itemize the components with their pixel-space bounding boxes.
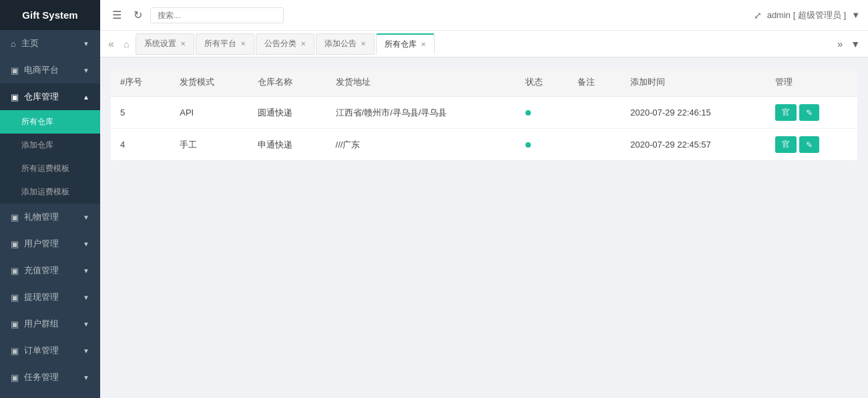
sidebar-item-recharge[interactable]: ▣ 充值管理 ▼ <box>0 257 100 284</box>
sidebar-item-warehouse[interactable]: ▣ 仓库管理 ▲ <box>0 83 100 110</box>
tab-label: 添加公告 <box>324 38 357 49</box>
chevron-down-icon: ▼ <box>83 267 89 274</box>
sidebar-item-label: 电商平台 <box>24 64 59 76</box>
edit-button[interactable]: ✎ <box>799 136 819 153</box>
cell-address: ///广东 <box>327 129 516 161</box>
sidebar-item-orders[interactable]: ▣ 订单管理 ▼ <box>0 337 100 364</box>
chevron-down-icon: ▼ <box>83 240 89 248</box>
cell-id: 4 <box>111 129 170 161</box>
refresh-icon[interactable]: ↻ <box>131 6 145 24</box>
cell-actions: 官 ✎ <box>766 97 857 129</box>
fullscreen-icon[interactable]: ⤢ <box>754 10 762 21</box>
tab-label: 系统设置 <box>144 38 176 49</box>
sidebar-item-ecommerce[interactable]: ▣ 电商平台 ▼ <box>0 57 100 83</box>
sidebar-sub-all-shipping[interactable]: 所有运费模板 <box>0 157 100 180</box>
usergroups-icon: ▣ <box>11 319 19 329</box>
tab-label: 所有平台 <box>204 38 236 49</box>
cell-status <box>516 129 569 161</box>
chevron-down-icon: ▼ <box>83 294 89 301</box>
cell-actions: 官 ✎ <box>766 129 857 161</box>
status-active-dot <box>525 110 531 116</box>
tab-navigation: » ▼ <box>835 37 863 51</box>
col-mode: 发货模式 <box>170 68 248 97</box>
tasks-icon: ▣ <box>11 373 19 383</box>
col-address: 发货地址 <box>327 68 516 97</box>
tabbar: « ⌂ 系统设置 ✕ 所有平台 ✕ 公告分类 ✕ 添加公告 ✕ 所有仓库 ✕ <box>100 31 868 57</box>
sidebar-item-label: 礼物管理 <box>24 211 59 223</box>
cell-address: 江西省/赣州市/寻乌县/寻乌县 <box>327 97 516 129</box>
warehouse-table: #序号 发货模式 仓库名称 发货地址 状态 备注 添加时间 管理 5 API 圆 <box>111 68 857 160</box>
action-buttons: 官 ✎ <box>775 104 848 121</box>
withdraw-icon: ▣ <box>11 292 19 303</box>
edit-button[interactable]: ✎ <box>799 104 819 121</box>
col-manage: 管理 <box>766 68 857 97</box>
app-logo: Gift System <box>0 0 100 30</box>
sidebar-item-home[interactable]: ⌂ 主页 ▼ <box>0 30 100 57</box>
warehouse-submenu: 所有仓库 添加仓库 所有运费模板 添加运费模板 <box>0 110 100 204</box>
tab-add-announce[interactable]: 添加公告 ✕ <box>316 33 375 55</box>
tab-all-warehouses[interactable]: 所有仓库 ✕ <box>376 33 435 55</box>
tab-close-icon[interactable]: ✕ <box>180 40 186 47</box>
col-remark: 备注 <box>568 68 621 97</box>
sidebar-item-gifts[interactable]: ▣ 礼物管理 ▼ <box>0 204 100 230</box>
chevron-down-icon: ▼ <box>83 67 89 74</box>
tab-close-icon[interactable]: ✕ <box>240 40 246 47</box>
tab-home-icon[interactable]: ⌂ <box>121 36 132 52</box>
tab-system[interactable]: 系统设置 ✕ <box>136 33 194 55</box>
warehouse-group: ▣ 仓库管理 ▲ 所有仓库 添加仓库 所有运费模板 添加运费模板 <box>0 83 100 204</box>
status-active-dot <box>525 142 531 148</box>
delete-button[interactable]: 官 <box>775 104 797 121</box>
menu-toggle-icon[interactable]: ☰ <box>108 6 126 24</box>
cell-status <box>516 97 569 129</box>
tab-announce-cat[interactable]: 公告分类 ✕ <box>256 33 314 55</box>
tab-list: « ⌂ 系统设置 ✕ 所有平台 ✕ 公告分类 ✕ 添加公告 ✕ 所有仓库 ✕ <box>105 33 835 55</box>
cell-remark <box>568 129 621 161</box>
warehouse-table-container: #序号 发货模式 仓库名称 发货地址 状态 备注 添加时间 管理 5 API 圆 <box>111 68 857 160</box>
sidebar-item-channels[interactable]: ▣ 充值通道 ▼ <box>0 391 100 398</box>
tab-close-icon[interactable]: ✕ <box>361 40 366 47</box>
cell-name: 圆通快递 <box>248 97 327 129</box>
sidebar-item-tasks[interactable]: ▣ 任务管理 ▼ <box>0 364 100 391</box>
home-icon: ⌂ <box>11 39 16 49</box>
admin-label: admin [ 超级管理员 ] <box>767 9 846 21</box>
col-time: 添加时间 <box>621 68 766 97</box>
page-content: #序号 发货模式 仓库名称 发货地址 状态 备注 添加时间 管理 5 API 圆 <box>100 57 868 398</box>
sidebar-item-label: 提现管理 <box>24 291 59 303</box>
sidebar-item-label: 用户群组 <box>24 318 59 330</box>
sidebar-item-usergroups[interactable]: ▣ 用户群组 ▼ <box>0 311 100 337</box>
delete-button[interactable]: 官 <box>775 136 797 153</box>
chevron-up-icon: ▲ <box>83 93 89 101</box>
cell-remark <box>568 97 621 129</box>
sidebar-item-withdraw[interactable]: ▣ 提现管理 ▼ <box>0 284 100 311</box>
cell-id: 5 <box>111 97 170 129</box>
cell-name: 申通快递 <box>248 129 327 161</box>
dropdown-icon[interactable]: ▼ <box>851 10 860 20</box>
tab-prev-icon[interactable]: » <box>835 37 845 51</box>
sidebar-sub-add-shipping[interactable]: 添加运费模板 <box>0 180 100 204</box>
search-container <box>150 7 284 23</box>
gifts-icon: ▣ <box>11 212 19 222</box>
action-buttons: 官 ✎ <box>775 136 848 153</box>
topbar-right: ⤢ admin [ 超级管理员 ] ▼ <box>754 9 860 21</box>
search-input[interactable] <box>150 7 284 23</box>
topbar: ☰ ↻ ⤢ admin [ 超级管理员 ] ▼ <box>100 0 868 31</box>
sidebar: Gift System ⌂ 主页 ▼ ▣ 电商平台 ▼ ▣ 仓库管理 ▲ 所有仓… <box>0 0 100 398</box>
table-row: 5 API 圆通快递 江西省/赣州市/寻乌县/寻乌县 2020-07-29 22… <box>111 97 857 129</box>
col-name: 仓库名称 <box>248 68 327 97</box>
recharge-icon: ▣ <box>11 266 19 276</box>
col-id: #序号 <box>111 68 170 97</box>
sidebar-sub-all-warehouses[interactable]: 所有仓库 <box>0 110 100 134</box>
tab-collapse-icon[interactable]: « <box>105 35 117 53</box>
tab-close-icon[interactable]: ✕ <box>300 40 306 47</box>
sidebar-sub-add-warehouse[interactable]: 添加仓库 <box>0 134 100 157</box>
chevron-down-icon: ▼ <box>83 321 89 328</box>
chevron-down-icon: ▼ <box>83 347 89 355</box>
sidebar-item-label: 仓库管理 <box>24 91 59 103</box>
tab-platforms[interactable]: 所有平台 ✕ <box>196 33 254 55</box>
sidebar-item-users[interactable]: ▣ 用户管理 ▼ <box>0 230 100 257</box>
col-status: 状态 <box>516 68 569 97</box>
tab-close-icon[interactable]: ✕ <box>421 41 426 48</box>
tab-label: 公告分类 <box>264 38 296 49</box>
sidebar-item-label: 充值管理 <box>24 264 59 276</box>
tab-menu-icon[interactable]: ▼ <box>848 37 863 51</box>
